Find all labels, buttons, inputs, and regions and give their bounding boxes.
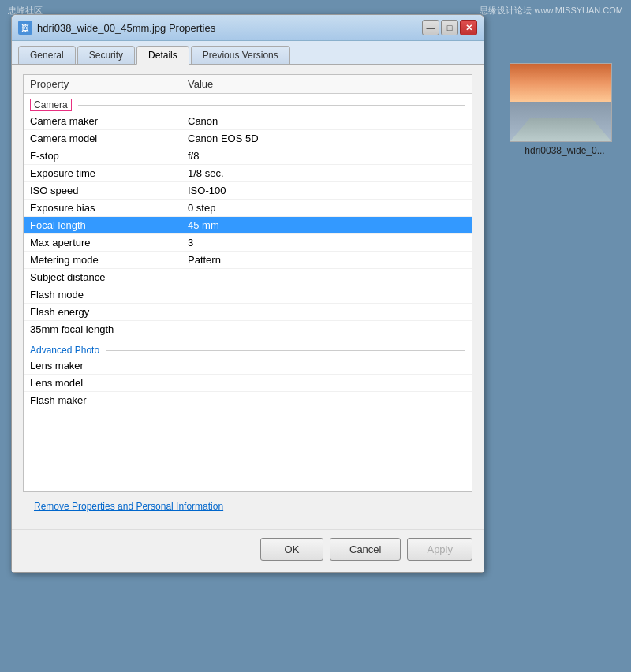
row-subject-distance[interactable]: Subject distance	[24, 269, 472, 286]
row-camera-maker[interactable]: Camera maker Canon	[24, 113, 472, 130]
advanced-photo-label: Advanced Photo	[30, 345, 99, 356]
row-focal-length[interactable]: Focal length 45 mm	[24, 217, 472, 234]
row-flash-maker[interactable]: Flash maker	[24, 392, 472, 409]
prop-iso-value: ISO-100	[188, 185, 465, 196]
prop-camera-maker-label: Camera maker	[30, 115, 188, 127]
prop-fstop-value: f/8	[188, 150, 465, 162]
ok-button[interactable]: OK	[260, 538, 323, 561]
link-area: Remove Properties and Personal Informati…	[23, 492, 472, 520]
window-title: hdri038_wide_00_45mm.jpg Properties	[37, 22, 215, 34]
prop-exposure-bias-value: 0 step	[188, 202, 465, 214]
prop-max-aperture-value: 3	[188, 237, 465, 248]
remove-properties-link[interactable]: Remove Properties and Personal Informati…	[34, 501, 223, 512]
prop-camera-model-label: Camera model	[30, 133, 188, 144]
prop-lens-model-label: Lens model	[30, 377, 188, 389]
row-fstop[interactable]: F-stop f/8	[24, 147, 472, 165]
header-property: Property	[30, 78, 188, 90]
maximize-button[interactable]: □	[441, 20, 458, 35]
header-value: Value	[188, 78, 465, 90]
table-header: Property Value	[24, 75, 472, 94]
camera-section-label: Camera	[30, 99, 72, 111]
tab-security[interactable]: Security	[77, 46, 135, 64]
row-camera-model[interactable]: Camera model Canon EOS 5D	[24, 130, 472, 147]
row-metering-mode[interactable]: Metering mode Pattern	[24, 252, 472, 269]
button-bar: OK Cancel Apply	[12, 529, 484, 572]
prop-metering-label: Metering mode	[30, 254, 188, 266]
row-iso-speed[interactable]: ISO speed ISO-100	[24, 182, 472, 200]
thumbnail-sky	[510, 64, 611, 103]
row-max-aperture[interactable]: Max aperture 3	[24, 234, 472, 252]
row-exposure-time[interactable]: Exposure time 1/8 sec.	[24, 165, 472, 182]
advanced-section-line	[106, 350, 465, 351]
camera-section-line	[78, 105, 465, 106]
prop-camera-maker-value: Canon	[188, 115, 465, 127]
title-bar: 🖼 hdri038_wide_00_45mm.jpg Properties — …	[12, 15, 484, 41]
properties-scroll-area[interactable]: Property Value Camera Camera maker Canon…	[24, 75, 472, 491]
thumbnail-road	[510, 102, 611, 141]
window-icon: 🖼	[18, 21, 32, 35]
prop-exposure-bias-label: Exposure bias	[30, 202, 188, 214]
prop-iso-label: ISO speed	[30, 185, 188, 196]
properties-table-container: Property Value Camera Camera maker Canon…	[23, 74, 472, 492]
section-advanced-photo: Advanced Photo	[24, 338, 472, 357]
row-exposure-bias[interactable]: Exposure bias 0 step	[24, 200, 472, 217]
tab-details[interactable]: Details	[136, 46, 189, 65]
prop-flash-energy-label: Flash energy	[30, 306, 188, 318]
prop-lens-maker-label: Lens maker	[30, 360, 188, 371]
prop-flash-mode-label: Flash mode	[30, 289, 188, 301]
properties-dialog: 🖼 hdri038_wide_00_45mm.jpg Properties — …	[11, 14, 484, 573]
tab-general[interactable]: General	[18, 46, 76, 64]
cancel-button[interactable]: Cancel	[330, 538, 401, 561]
prop-subject-dist-label: Subject distance	[30, 271, 188, 283]
prop-metering-value: Pattern	[188, 254, 465, 266]
prop-max-aperture-label: Max aperture	[30, 237, 188, 248]
close-button[interactable]: ✕	[460, 20, 477, 35]
row-lens-maker[interactable]: Lens maker	[24, 357, 472, 375]
row-lens-model[interactable]: Lens model	[24, 375, 472, 392]
tab-previous-versions[interactable]: Previous Versions	[191, 46, 290, 64]
prop-35mm-focal-label: 35mm focal length	[30, 323, 188, 335]
thumbnail-image	[510, 63, 612, 142]
apply-button[interactable]: Apply	[407, 538, 472, 561]
prop-camera-model-value: Canon EOS 5D	[188, 133, 465, 144]
thumbnail-panel: hdri0038_wide_0...	[510, 63, 620, 156]
prop-focal-length-value: 45 mm	[188, 219, 465, 231]
row-flash-mode[interactable]: Flash mode	[24, 286, 472, 304]
row-35mm-focal[interactable]: 35mm focal length	[24, 321, 472, 338]
prop-focal-length-label: Focal length	[30, 219, 188, 231]
title-bar-left: 🖼 hdri038_wide_00_45mm.jpg Properties	[18, 21, 215, 35]
tabs-row: General Security Details Previous Versio…	[12, 41, 484, 65]
watermark-right: 思缘设计论坛 www.MISSYUAN.COM	[480, 5, 623, 17]
prop-exposure-time-label: Exposure time	[30, 167, 188, 179]
prop-exposure-time-value: 1/8 sec.	[188, 167, 465, 179]
section-camera: Camera	[24, 94, 472, 113]
prop-fstop-label: F-stop	[30, 150, 188, 162]
row-flash-energy[interactable]: Flash energy	[24, 304, 472, 321]
thumbnail-label: hdri0038_wide_0...	[510, 145, 620, 156]
title-controls: — □ ✕	[422, 20, 477, 35]
content-area: Property Value Camera Camera maker Canon…	[12, 65, 484, 529]
prop-flash-maker-label: Flash maker	[30, 394, 188, 406]
minimize-button[interactable]: —	[422, 20, 439, 35]
